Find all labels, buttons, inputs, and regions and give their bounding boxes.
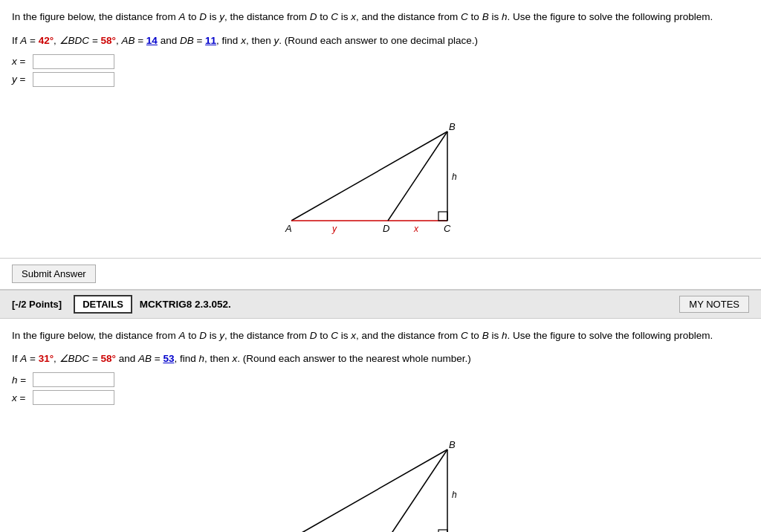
submit-button[interactable]: Submit Answer [12,265,96,283]
svg-rect-5 [438,212,447,221]
label-B: B [449,121,456,132]
x-input[interactable] [33,54,114,69]
y-label: y = [12,74,33,85]
x2-label: x = [12,392,33,403]
label-y: y [331,224,337,234]
h-input-row: h = [12,372,749,387]
label2-B: B [449,439,456,450]
problem2-header-bar: [-/2 Points] DETAILS MCKTRIG8 2.3.052. M… [0,290,761,319]
svg-line-4 [388,132,447,221]
svg-line-10 [388,450,447,532]
figure1-svg: A D C B y x h [269,94,492,243]
svg-line-0 [291,132,447,221]
x2-input-row: x = [12,390,749,405]
h-input[interactable] [33,372,114,387]
x-input-row: x = [12,54,749,69]
label-x: x [413,224,419,234]
label-h: h [452,172,457,182]
y-input-row: y = [12,72,749,87]
svg-line-6 [291,450,447,532]
problem1-intro: In the figure below, the distance from A… [12,9,749,25]
label2-h: h [452,490,457,500]
submit-row: Submit Answer [0,258,761,290]
problem1-section: In the figure below, the distance from A… [0,0,761,258]
h-label: h = [12,374,33,386]
x-label: x = [12,56,33,67]
details-button[interactable]: DETAILS [74,295,132,314]
points-label: [-/2 Points] [12,299,62,310]
figure2-svg: A D C B y x h [269,412,492,532]
label-C: C [444,223,451,234]
problem-code: MCKTRIG8 2.3.052. [140,299,231,310]
label-D: D [383,223,389,234]
label-A: A [285,223,292,234]
x2-input[interactable] [33,390,114,405]
problem1-given: If A = 42°, ∠BDC = 58°, AB = 14 and DB =… [12,33,749,50]
problem2-intro: In the figure below, the distance from A… [12,328,749,344]
my-notes-button[interactable]: MY NOTES [679,296,749,313]
figure1-container: A D C B y x h [12,94,749,243]
problem2-given: If A = 31°, ∠BDC = 58° and AB = 53, find… [12,351,749,368]
problem2-section: In the figure below, the distance from A… [0,319,761,532]
y-input[interactable] [33,72,114,87]
figure2-container: A D C B y x h [12,412,749,532]
